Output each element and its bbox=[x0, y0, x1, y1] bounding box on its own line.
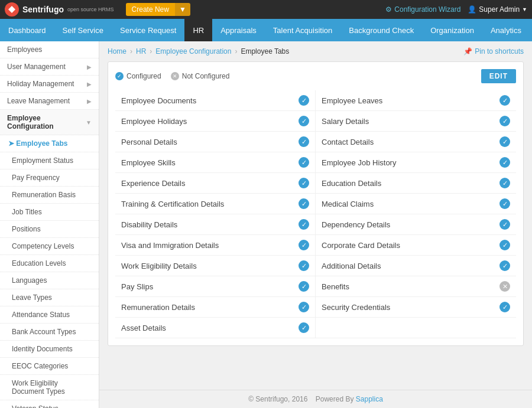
check-icon: ✓ bbox=[299, 260, 309, 271]
breadcrumb-employee-config[interactable]: Employee Configuration bbox=[155, 47, 231, 56]
grid-item-pay-slips: Pay Slips ✓ bbox=[115, 276, 316, 297]
sidebar-item-job-titles[interactable]: Job Titles bbox=[0, 204, 99, 221]
sidebar-item-education-levels[interactable]: Education Levels bbox=[0, 255, 99, 272]
sidebar-item-employee-configuration[interactable]: Employee Configuration ▼ bbox=[0, 110, 99, 135]
arrow-icon: ▶ bbox=[87, 81, 92, 87]
pin-shortcut-button[interactable]: 📌 Pin to shortcuts bbox=[463, 47, 524, 56]
breadcrumb-sep-1: › bbox=[130, 47, 132, 56]
item-label: Asset Details bbox=[121, 324, 166, 332]
nav-hr[interactable]: HR bbox=[184, 19, 212, 41]
sidebar-item-languages[interactable]: Languages bbox=[0, 272, 99, 289]
grid-item-remuneration-details: Remuneration Details ✓ bbox=[115, 297, 316, 318]
sidebar-item-user-management[interactable]: User Management ▶ bbox=[0, 58, 99, 76]
breadcrumb-sep-2: › bbox=[150, 47, 152, 56]
x-icon: ✕ bbox=[499, 281, 510, 292]
check-icon: ✓ bbox=[499, 136, 510, 147]
check-icon: ✓ bbox=[299, 136, 309, 147]
sidebar-item-holiday-management[interactable]: Holiday Management ▶ bbox=[0, 76, 99, 93]
item-label: Dependency Details bbox=[322, 220, 390, 229]
config-header: ✓ Configured ✕ Not Configured EDIT bbox=[115, 69, 516, 83]
footer: © Sentrifugo, 2016 Powered By Sapplica bbox=[99, 390, 532, 408]
super-admin-menu[interactable]: 👤 Super Admin ▼ bbox=[468, 5, 527, 14]
sidebar-item-veteran-status[interactable]: Veteran Status bbox=[0, 400, 99, 408]
sidebar-item-bank-account-types[interactable]: Bank Account Types bbox=[0, 324, 99, 341]
grid-item-employee-holidays: Employee Holidays ✓ bbox=[115, 111, 316, 132]
check-icon: ✓ bbox=[499, 260, 510, 271]
sidebar-item-remuneration-basis[interactable]: Remuneration Basis bbox=[0, 187, 99, 204]
grid-item-personal-details: Personal Details ✓ bbox=[115, 132, 316, 152]
nav-site-config[interactable]: Site Config bbox=[530, 19, 532, 41]
grid-item-disability-details: Disability Details ✓ bbox=[115, 214, 316, 235]
sidebar-item-leave-management[interactable]: Leave Management ▶ bbox=[0, 93, 99, 110]
edit-button[interactable]: EDIT bbox=[481, 69, 516, 83]
nav-background-check[interactable]: Background Check bbox=[340, 19, 422, 41]
breadcrumb-hr[interactable]: HR bbox=[136, 47, 146, 56]
sidebar-item-positions[interactable]: Positions bbox=[0, 221, 99, 238]
sidebar-item-employees[interactable]: Employees bbox=[0, 41, 99, 58]
check-icon: ✓ bbox=[499, 178, 510, 188]
item-label: Training & Certification Details bbox=[121, 200, 224, 208]
item-label: Employee Documents bbox=[121, 96, 196, 105]
grid-item-employee-leaves: Employee Leaves ✓ bbox=[316, 90, 516, 111]
check-icon: ✓ bbox=[299, 178, 309, 188]
item-label: Pay Slips bbox=[121, 282, 153, 291]
gear-icon: ⚙ bbox=[385, 5, 392, 14]
grid-item-salary-details: Salary Details ✓ bbox=[316, 111, 516, 132]
nav-service-request[interactable]: Service Request bbox=[112, 19, 184, 41]
item-label: Benefits bbox=[322, 282, 349, 291]
nav-appraisals[interactable]: Appraisals bbox=[212, 19, 265, 41]
sidebar-item-pay-frequency[interactable]: Pay Frequency bbox=[0, 169, 99, 187]
check-icon: ✓ bbox=[299, 322, 309, 333]
sidebar-item-leave-types[interactable]: Leave Types bbox=[0, 289, 99, 306]
sidebar-item-competency-levels[interactable]: Competency Levels bbox=[0, 238, 99, 255]
create-new-dropdown-button[interactable]: ▼ bbox=[175, 3, 190, 16]
app-tagline: open source HRMS bbox=[67, 6, 114, 12]
breadcrumb-home[interactable]: Home bbox=[108, 47, 126, 56]
nav-self-service[interactable]: Self Service bbox=[54, 19, 112, 41]
nav-organization[interactable]: Organization bbox=[422, 19, 482, 41]
logo: Sentrifugo open source HRMS bbox=[5, 2, 114, 17]
arrow-icon: ▼ bbox=[86, 119, 92, 126]
configured-label: Configured bbox=[126, 72, 161, 80]
sidebar-item-eeoc-categories[interactable]: EEOC Categories bbox=[0, 358, 99, 375]
sidebar-item-attendance-status[interactable]: Attendance Status bbox=[0, 306, 99, 324]
check-icon: ✓ bbox=[499, 198, 510, 209]
nav-talent-acquisition[interactable]: Talent Acquisition bbox=[265, 19, 340, 41]
pin-icon: 📌 bbox=[463, 47, 472, 56]
grid-item-benefits: Benefits ✕ bbox=[316, 276, 516, 297]
check-icon: ✓ bbox=[299, 116, 309, 126]
sidebar-item-work-eligibility-doc-types[interactable]: Work Eligibility Document Types bbox=[0, 375, 99, 400]
grid-item-asset-details: Asset Details ✓ bbox=[115, 318, 316, 338]
check-icon: ✓ bbox=[299, 157, 309, 168]
check-icon: ✓ bbox=[499, 302, 510, 312]
nav-dashboard[interactable]: Dashboard bbox=[0, 19, 54, 41]
grid-item-employee-job-history: Employee Job History ✓ bbox=[316, 152, 516, 173]
create-new-button[interactable]: Create New bbox=[126, 3, 175, 16]
breadcrumb-left: Home › HR › Employee Configuration › Emp… bbox=[108, 47, 289, 56]
check-icon: ✓ bbox=[499, 157, 510, 168]
sidebar-item-employee-tabs[interactable]: ➤ Employee Tabs bbox=[0, 135, 99, 152]
sidebar-item-identity-documents[interactable]: Identity Documents bbox=[0, 341, 99, 358]
arrow-icon: ▶ bbox=[87, 64, 92, 70]
sidebar-item-employment-status[interactable]: Employment Status bbox=[0, 152, 99, 169]
not-configured-dot: ✕ bbox=[171, 72, 179, 80]
user-icon: 👤 bbox=[468, 5, 476, 14]
footer-sapplica-link[interactable]: Sapplica bbox=[356, 395, 383, 403]
grid-item-security-credentials: Security Credentials ✓ bbox=[316, 297, 516, 318]
nav-analytics[interactable]: Analytics bbox=[482, 19, 530, 41]
grid-item-additional-details: Additional Details ✓ bbox=[316, 256, 516, 276]
footer-powered-by: Powered By bbox=[316, 395, 354, 403]
check-icon: ✓ bbox=[299, 198, 309, 209]
check-icon: ✓ bbox=[299, 302, 309, 312]
config-wizard-link[interactable]: ⚙ Configuration Wizard bbox=[385, 5, 460, 14]
item-label: Disability Details bbox=[121, 220, 177, 229]
grid-item-training-certification: Training & Certification Details ✓ bbox=[115, 194, 316, 214]
grid-item-visa-immigration: Visa and Immigration Details ✓ bbox=[115, 235, 316, 256]
check-icon: ✓ bbox=[299, 281, 309, 292]
top-bar: Sentrifugo open source HRMS Create New ▼… bbox=[0, 0, 532, 19]
chevron-down-icon: ▼ bbox=[522, 6, 527, 12]
check-icon: ✓ bbox=[499, 240, 510, 250]
grid-item-employee-documents: Employee Documents ✓ bbox=[115, 90, 316, 111]
logo-icon bbox=[5, 2, 19, 17]
item-label: Security Credentials bbox=[322, 303, 390, 312]
